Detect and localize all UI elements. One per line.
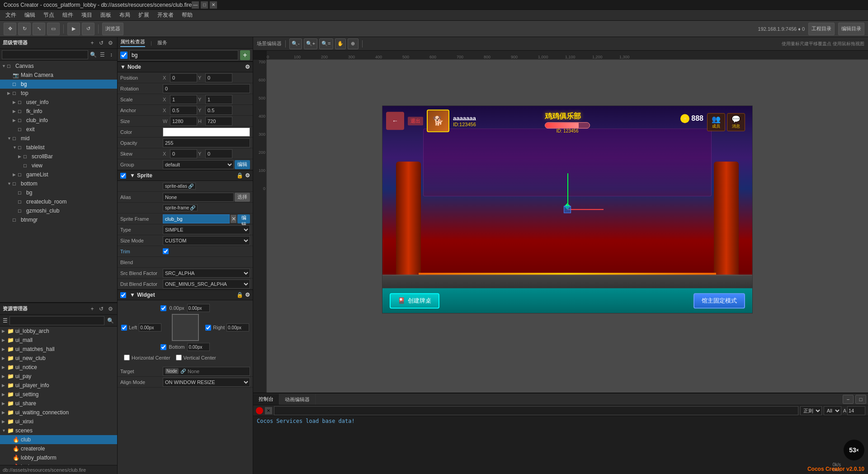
maximize-button[interactable]: □ bbox=[201, 1, 208, 9]
tree-node-mid[interactable]: ▼ □ mid bbox=[0, 134, 117, 143]
tree-node-maincamera[interactable]: 📷 Main Camera bbox=[0, 71, 117, 80]
tree-node-user_info[interactable]: ▶ □ user_info bbox=[0, 98, 117, 107]
widget-top-checkbox[interactable] bbox=[160, 305, 166, 311]
asset-ui-notice[interactable]: ▶ 📁 ui_notice bbox=[0, 363, 117, 372]
menu-help[interactable]: 帮助 bbox=[178, 10, 196, 20]
node-gear-icon[interactable]: ⚙ bbox=[245, 64, 250, 70]
sprite-frame-clear[interactable]: ✕ bbox=[231, 215, 236, 223]
project-dir-button[interactable]: 工程目录 bbox=[808, 23, 835, 35]
horizontal-center-checkbox[interactable] bbox=[124, 355, 130, 360]
list-icon[interactable]: ☰ bbox=[3, 318, 8, 324]
position-x-input[interactable]: 0 bbox=[170, 73, 197, 82]
asset-ui-waiting[interactable]: ▶ 📁 ui_waiting_connection bbox=[0, 408, 117, 417]
asset-search-icon[interactable]: 🔍 bbox=[106, 317, 114, 325]
zoom-out-button[interactable]: 🔍- bbox=[289, 38, 302, 49]
asset-ui-share[interactable]: ▶ 📁 ui_share bbox=[0, 399, 117, 408]
opacity-input[interactable]: 255 bbox=[163, 138, 250, 147]
asset-scene-club[interactable]: 🔥 club bbox=[0, 435, 117, 444]
asset-ui-lobby-arch[interactable]: ▶ 📁 ui_lobby_arch bbox=[0, 327, 117, 336]
asset-ui-mall[interactable]: ▶ 📁 ui_mall bbox=[0, 336, 117, 345]
skew-y-input[interactable]: 0 bbox=[205, 149, 232, 158]
menu-panel[interactable]: 面板 bbox=[97, 10, 115, 20]
skew-x-input[interactable]: 0 bbox=[170, 149, 197, 158]
asset-scenes-folder[interactable]: ▼ 📁 scenes bbox=[0, 426, 117, 435]
log-filter-select[interactable]: 正则 All bbox=[800, 406, 822, 415]
translate-tool[interactable]: ✥ bbox=[4, 23, 16, 35]
src-blend-select[interactable]: SRC_ALPHA ONE ZERO bbox=[163, 269, 250, 278]
asset-ui-xinxi[interactable]: ▶ 📁 ui_xinxi bbox=[0, 417, 117, 426]
asset-ui-player-info[interactable]: ▶ 📁 ui_player_info bbox=[0, 381, 117, 390]
close-button[interactable]: ✕ bbox=[210, 1, 217, 9]
rotate-tool[interactable]: ↻ bbox=[18, 23, 31, 35]
tree-node-gzmoshi[interactable]: □ gzmoshi_club bbox=[0, 206, 117, 215]
browser-button[interactable]: 浏览器 bbox=[102, 23, 123, 35]
tree-node-canvas[interactable]: ▼ □ Canvas bbox=[0, 62, 117, 71]
widget-section-header[interactable]: ▼ Widget 🔒 ⚙ bbox=[118, 289, 253, 300]
alias-input[interactable] bbox=[163, 193, 234, 202]
widget-gear-icon[interactable]: ⚙ bbox=[245, 292, 250, 298]
hierarchy-refresh[interactable]: ↺ bbox=[97, 39, 105, 47]
menu-node[interactable]: 节点 bbox=[40, 10, 58, 20]
rotation-input[interactable]: 0 bbox=[163, 84, 250, 93]
tree-node-club_info[interactable]: ▶ □ club_info bbox=[0, 116, 117, 125]
widget-left-input[interactable] bbox=[139, 323, 161, 332]
sprite-enabled-checkbox[interactable] bbox=[120, 173, 126, 179]
node-section-header[interactable]: ▼ Node ⚙ bbox=[118, 62, 253, 72]
rect-tool[interactable]: ▭ bbox=[47, 23, 60, 35]
widget-left-checkbox[interactable] bbox=[121, 325, 127, 331]
trim-checkbox[interactable] bbox=[163, 248, 169, 254]
asset-ui-setting[interactable]: ▶ 📁 ui_setting bbox=[0, 390, 117, 399]
scene-content[interactable]: ← 退出 🐕 aaaaaaa ID:123456 鸡鸡俱乐部 bbox=[267, 60, 868, 393]
tree-node-bottom-bg[interactable]: □ bg bbox=[0, 188, 117, 197]
sprite-section-header[interactable]: ▼ Sprite 🔒 ⚙ bbox=[118, 170, 253, 181]
hierarchy-settings[interactable]: ⚙ bbox=[106, 39, 114, 47]
zoom-in-button[interactable]: 🔍+ bbox=[304, 38, 317, 49]
scale-x-input[interactable]: 1 bbox=[170, 95, 197, 104]
menu-edit[interactable]: 编辑 bbox=[21, 10, 39, 20]
anchor-x-input[interactable]: 0.5 bbox=[170, 106, 197, 115]
menu-developer[interactable]: 开发者 bbox=[154, 10, 177, 20]
tab-console[interactable]: 控制台 bbox=[253, 394, 279, 405]
scale-tool[interactable]: ⤡ bbox=[33, 23, 45, 35]
tree-node-bottom[interactable]: ▼ □ bottom bbox=[0, 179, 117, 188]
widget-right-input[interactable] bbox=[226, 323, 249, 332]
hierarchy-sort[interactable]: ↕ bbox=[107, 51, 115, 59]
add-component-button[interactable]: + bbox=[240, 50, 250, 60]
sprite-frame-edit-button[interactable]: 编辑 bbox=[237, 214, 250, 223]
vertical-center-label[interactable]: Vertical Center bbox=[176, 355, 216, 360]
asset-add[interactable]: + bbox=[88, 305, 96, 313]
scale-y-input[interactable]: 1 bbox=[205, 95, 232, 104]
expand-console-button[interactable]: □ bbox=[855, 395, 866, 404]
search-icon[interactable]: 🔍 bbox=[89, 51, 97, 59]
asset-settings[interactable]: ⚙ bbox=[106, 305, 114, 313]
asset-search-input[interactable] bbox=[9, 316, 104, 325]
refresh-button[interactable]: ↺ bbox=[82, 23, 94, 35]
font-size-input[interactable] bbox=[847, 406, 865, 415]
tree-node-gamelist[interactable]: ▶ □ gameList bbox=[0, 170, 117, 179]
hand-tool[interactable]: ✋ bbox=[335, 38, 346, 49]
sprite-frame-input[interactable] bbox=[163, 214, 230, 223]
log-type-select[interactable]: All bbox=[824, 406, 841, 415]
tree-node-btnmgr[interactable]: □ btnmgr bbox=[0, 215, 117, 224]
asset-ui-matches[interactable]: ▶ 📁 ui_matches_hall bbox=[0, 345, 117, 354]
alias-select-button[interactable]: 选择 bbox=[235, 193, 250, 202]
menu-project[interactable]: 项目 bbox=[78, 10, 96, 20]
sizemode-select[interactable]: CUSTOM TRIMMED RAW bbox=[163, 236, 250, 245]
color-swatch[interactable] bbox=[163, 128, 250, 137]
collapse-console-button[interactable]: − bbox=[843, 395, 854, 404]
widget-bottom-input[interactable] bbox=[187, 343, 210, 351]
position-y-input[interactable]: 0 bbox=[205, 73, 232, 82]
type-select[interactable]: SIMPLE SLICED TILED FILLED MESH bbox=[163, 225, 250, 234]
hierarchy-filter[interactable]: ☰ bbox=[98, 51, 106, 59]
tree-node-bg[interactable]: □ bg bbox=[0, 80, 117, 89]
menu-component[interactable]: 组件 bbox=[59, 10, 77, 20]
dst-blend-select[interactable]: ONE_MINUS_SRC_ALPHA ONE ZERO bbox=[163, 280, 250, 289]
widget-lock-icon[interactable]: 🔒 bbox=[236, 292, 243, 298]
alignmode-select[interactable]: ON WINDOW RESIZE ALWAYS ONCE bbox=[163, 378, 250, 387]
menu-layout[interactable]: 布局 bbox=[116, 10, 134, 20]
asset-ui-pay[interactable]: ▶ 📁 ui_pay bbox=[0, 372, 117, 381]
asset-ui-new-club[interactable]: ▶ 📁 ui_new_club bbox=[0, 354, 117, 363]
asset-scene-createrole[interactable]: 🔥 createrole bbox=[0, 444, 117, 453]
widget-top-input[interactable] bbox=[187, 304, 210, 312]
node-enabled-checkbox[interactable] bbox=[120, 52, 127, 59]
